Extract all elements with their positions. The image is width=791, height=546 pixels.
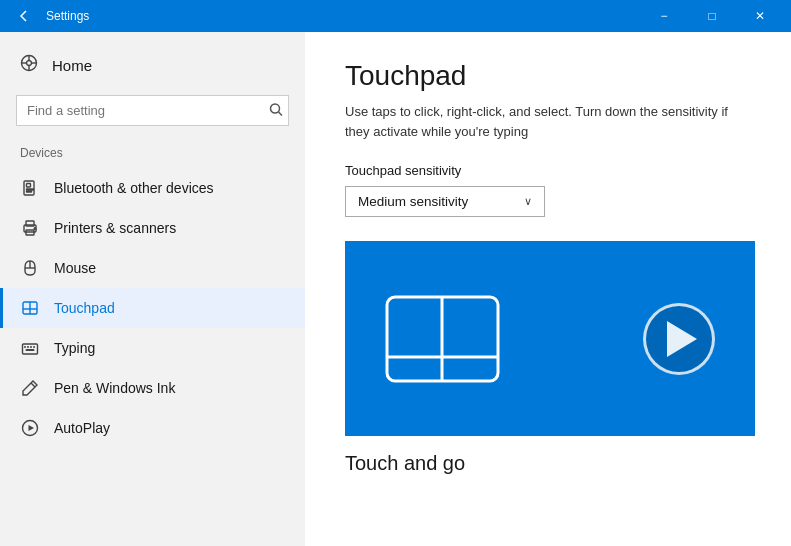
touchpad-icon: [20, 299, 40, 317]
svg-line-7: [279, 112, 283, 116]
devices-section-title: Devices: [0, 140, 305, 168]
sidebar-item-typing[interactable]: Typing: [0, 328, 305, 368]
video-preview: [345, 241, 755, 436]
sidebar-item-autoplay[interactable]: AutoPlay: [0, 408, 305, 448]
sensitivity-dropdown[interactable]: Medium sensitivity ∨: [345, 186, 545, 217]
sidebar-item-bluetooth[interactable]: Bluetooth & other devices: [0, 168, 305, 208]
printer-icon: [20, 219, 40, 237]
pen-label: Pen & Windows Ink: [54, 380, 175, 396]
search-input[interactable]: [16, 95, 289, 126]
search-icon[interactable]: [269, 102, 283, 119]
sidebar-home-item[interactable]: Home: [0, 44, 305, 87]
pen-icon: [20, 379, 40, 397]
search-box: [16, 95, 289, 126]
svg-line-27: [31, 383, 35, 387]
sidebar-item-touchpad[interactable]: Touchpad: [0, 288, 305, 328]
close-button[interactable]: ✕: [737, 0, 783, 32]
svg-marker-29: [29, 425, 35, 431]
window-title: Settings: [46, 9, 89, 23]
title-bar: Settings − □ ✕: [0, 0, 791, 32]
touch-and-go-title: Touch and go: [345, 452, 751, 475]
title-bar-left: Settings: [12, 4, 89, 28]
printers-label: Printers & scanners: [54, 220, 176, 236]
bluetooth-icon: [20, 179, 40, 197]
svg-rect-10: [27, 189, 34, 190]
sensitivity-label: Touchpad sensitivity: [345, 163, 751, 178]
page-title: Touchpad: [345, 60, 751, 92]
app-body: Home Devices Bluetooth &: [0, 32, 791, 546]
main-content: Touchpad Use taps to click, right-click,…: [305, 32, 791, 546]
bluetooth-label: Bluetooth & other devices: [54, 180, 214, 196]
sidebar-item-mouse[interactable]: Mouse: [0, 248, 305, 288]
play-button[interactable]: [643, 303, 715, 375]
svg-point-6: [271, 104, 280, 113]
sidebar: Home Devices Bluetooth &: [0, 32, 305, 546]
mouse-label: Mouse: [54, 260, 96, 276]
page-description: Use taps to click, right-click, and sele…: [345, 102, 751, 141]
minimize-button[interactable]: −: [641, 0, 687, 32]
home-label: Home: [52, 57, 92, 74]
touchpad-label: Touchpad: [54, 300, 115, 316]
maximize-button[interactable]: □: [689, 0, 735, 32]
sidebar-item-pen[interactable]: Pen & Windows Ink: [0, 368, 305, 408]
typing-label: Typing: [54, 340, 95, 356]
autoplay-label: AutoPlay: [54, 420, 110, 436]
autoplay-icon: [20, 419, 40, 437]
chevron-down-icon: ∨: [524, 195, 532, 208]
play-triangle-icon: [667, 321, 697, 357]
typing-icon: [20, 339, 40, 357]
sidebar-item-printers[interactable]: Printers & scanners: [0, 208, 305, 248]
window-controls: − □ ✕: [641, 0, 783, 32]
svg-point-15: [34, 228, 36, 230]
svg-rect-11: [27, 191, 32, 192]
svg-rect-9: [27, 184, 31, 188]
home-icon: [20, 54, 38, 77]
svg-point-1: [27, 61, 32, 66]
mouse-icon: [20, 259, 40, 277]
sensitivity-value: Medium sensitivity: [358, 194, 468, 209]
back-button[interactable]: [12, 4, 36, 28]
touchpad-illustration: [385, 295, 500, 383]
